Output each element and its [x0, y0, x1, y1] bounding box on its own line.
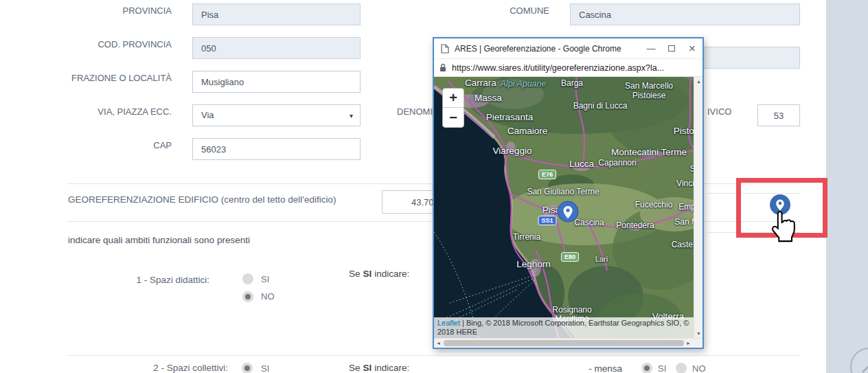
- zoom-out-button[interactable]: −: [443, 108, 464, 127]
- scroll-top-button[interactable]: [850, 348, 868, 373]
- road-badge: SS1: [538, 216, 556, 225]
- page-icon: [441, 44, 449, 54]
- attribution-text: | Bing, © 2018 Microsoft Corporation, Ea…: [437, 319, 689, 336]
- dropdown-caret-icon: ▾: [350, 112, 353, 120]
- map-label: Pistoia: [674, 126, 694, 136]
- se-si-indicare-2: SeSIindicare:: [349, 363, 409, 373]
- cap-label: CAP: [27, 140, 172, 150]
- map-label: Vinci: [676, 179, 694, 188]
- map-label: Fucecchio: [635, 200, 673, 210]
- map-label: Pontedera: [616, 221, 654, 230]
- map-label: Carrara: [465, 78, 496, 88]
- popup-titlebar[interactable]: ARES | Georeferenziazione - Google Chrom…: [434, 38, 703, 59]
- via-select[interactable]: Via ▾: [192, 104, 361, 126]
- frazione-label: FRAZIONE O LOCALITÀ: [27, 73, 172, 83]
- radio-q1-si[interactable]: [242, 273, 253, 284]
- scroll-right-icon[interactable]: ►: [684, 339, 693, 347]
- right-gutter: [826, 0, 868, 373]
- map-label: Tirrenia: [513, 232, 540, 242]
- radio-q2-si-label: SI: [261, 363, 269, 373]
- map-label: Castelfio: [672, 240, 694, 249]
- via-select-value: Via: [201, 110, 214, 120]
- se-suffix: indicare:: [374, 363, 409, 373]
- civico-input[interactable]: [757, 104, 800, 126]
- radio-q1-no-label: NO: [261, 291, 275, 302]
- se-prefix: Se: [349, 269, 361, 279]
- se-bold: SI: [363, 363, 372, 373]
- divider: [67, 355, 800, 356]
- attribution-link[interactable]: Leaflet: [437, 319, 460, 327]
- map-label: San Mi: [674, 217, 694, 227]
- via-label: VIA, PIAZZA ECC.: [27, 106, 172, 117]
- arrow-up-right-icon: [852, 349, 868, 373]
- se-prefix: Se: [349, 363, 361, 373]
- map-canvas[interactable]: + − Leaflet | Bing, © 2018 Microsoft Cor…: [434, 77, 694, 338]
- map-label: Lari: [595, 255, 608, 263]
- popup-title: ARES | Georeferenziazione - Google Chrom…: [455, 44, 641, 54]
- georef-label: GEOREFERENZIAZIONE EDIFICIO (centro del …: [68, 194, 336, 205]
- radio-q1-si-label: SI: [261, 274, 269, 284]
- map-label: San Marcello: [625, 81, 673, 91]
- comune-label: COMUNE: [412, 5, 549, 16]
- se-bold: SI: [363, 269, 372, 279]
- maximize-button[interactable]: [661, 38, 682, 58]
- cap-input[interactable]: [192, 138, 361, 160]
- popup-url: https://www.siares.it/utility/georeferen…: [452, 63, 664, 73]
- map-zoom-control: + −: [442, 88, 464, 128]
- radio-q2-si[interactable]: [242, 363, 253, 373]
- provincia-label: PROVINCIA: [27, 5, 172, 16]
- q2-label: 2 - Spazi collettivi:: [62, 363, 228, 373]
- radio-q1-no[interactable]: [242, 291, 253, 302]
- popup-content: + − Leaflet | Bing, © 2018 Microsoft Cor…: [434, 77, 703, 347]
- close-button[interactable]: ×: [682, 38, 703, 58]
- scroll-down-icon[interactable]: ▼: [694, 329, 703, 338]
- mensa-label: - mensa: [570, 363, 622, 373]
- road-badge: E76: [538, 170, 556, 179]
- comune-input[interactable]: [570, 3, 800, 25]
- map-label: Lucca: [569, 159, 594, 169]
- map-attribution: Leaflet | Bing, © 2018 Microsoft Corpora…: [434, 317, 694, 338]
- map-marker-icon[interactable]: [556, 200, 580, 226]
- scrollbar-thumb[interactable]: [444, 340, 684, 346]
- map-label: Bagni di Lucca: [573, 101, 628, 111]
- map-label: Barga: [561, 78, 583, 88]
- vertical-scrollbar[interactable]: ▲ ▼: [694, 77, 703, 338]
- ambiti-intro: indicare quali ambiti funzionali sono pr…: [68, 235, 250, 245]
- radio-mensa-no-label: NO: [692, 363, 706, 373]
- radio-mensa-si-label: SI: [658, 363, 666, 373]
- radio-mensa-no[interactable]: [676, 363, 687, 373]
- scroll-up-icon[interactable]: ▲: [694, 77, 703, 86]
- map-label: Viareggio: [493, 146, 532, 156]
- radio-mensa-si[interactable]: [641, 363, 652, 373]
- map-label: Massa: [475, 93, 502, 103]
- maximize-icon: [668, 45, 675, 52]
- georef-popup-window: ARES | Georeferenziazione - Google Chrom…: [433, 37, 704, 349]
- map-label: Leghorn: [516, 259, 551, 269]
- cod-provincia-label: COD. PROVINCIA: [27, 39, 172, 49]
- cod-provincia-input[interactable]: [192, 37, 361, 59]
- page: PROVINCIA COD. PROVINCIA FRAZIONE O LOCA…: [0, 0, 868, 373]
- civico-label: IVICO: [707, 106, 731, 117]
- map-label: Montecatini Terme: [611, 147, 687, 157]
- map-label: Camaiore: [507, 126, 548, 136]
- provincia-input[interactable]: [192, 3, 361, 25]
- scroll-left-icon[interactable]: ◄: [434, 339, 443, 347]
- map-label: Empo: [678, 202, 694, 212]
- map-label: Pistoiese: [632, 91, 666, 100]
- popup-urlbar[interactable]: https://www.siares.it/utility/georeferen…: [434, 59, 703, 77]
- se-suffix: indicare:: [374, 269, 409, 279]
- road-badge: E80: [561, 252, 579, 262]
- map-label: Capannori: [598, 158, 636, 168]
- map-label: San Giuliano Terme: [527, 187, 599, 196]
- denominazione-label: DENOMI: [371, 106, 433, 117]
- horizontal-scrollbar[interactable]: ◄ ►: [434, 338, 703, 347]
- zoom-in-button[interactable]: +: [443, 89, 464, 108]
- minimize-button[interactable]: —: [641, 38, 661, 58]
- map-label: Rosignano: [552, 305, 591, 315]
- lock-icon: [439, 63, 446, 72]
- cursor-hand-icon: [767, 210, 799, 247]
- map-label: Pietrasanta: [486, 112, 533, 122]
- se-si-indicare-1: SeSIindicare:: [349, 269, 409, 279]
- map-label: Alpi Apuane: [501, 79, 547, 89]
- frazione-input[interactable]: [192, 71, 361, 93]
